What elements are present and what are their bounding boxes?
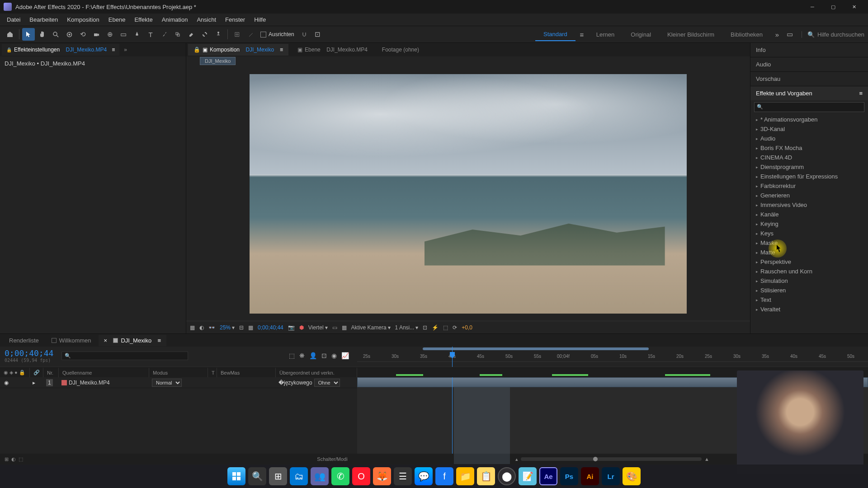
rect-tool[interactable]: ▭ xyxy=(117,28,130,41)
fx-category[interactable]: ▸Veraltet xyxy=(750,305,868,314)
camera-tool[interactable] xyxy=(90,28,103,41)
taskbar-teams[interactable]: 👥 xyxy=(311,467,329,485)
menu-layer[interactable]: Ebene xyxy=(104,14,130,25)
region-icon[interactable]: ▭ xyxy=(332,324,337,331)
workspace-overflow-icon[interactable]: » xyxy=(771,28,783,41)
tab-welcome[interactable]: Willkommen xyxy=(46,335,97,346)
workspace-original[interactable]: Original xyxy=(623,28,659,41)
draft3d-icon[interactable]: ❋ xyxy=(299,352,305,359)
taskbar-messenger[interactable]: 💬 xyxy=(415,467,433,485)
hand-tool[interactable] xyxy=(36,28,48,41)
comp-flowchart-icon[interactable]: ⬚ xyxy=(289,352,295,359)
exposure-value[interactable]: +0,0 xyxy=(462,324,472,331)
fx-category[interactable]: ▸Text xyxy=(750,295,868,305)
tab-footage[interactable]: Footage (ohne) xyxy=(377,44,425,56)
zoom-out-icon[interactable]: ▴ xyxy=(515,456,518,462)
panel-audio[interactable]: Audio xyxy=(750,57,868,72)
col-mode[interactable]: Modus xyxy=(149,368,208,377)
expand-icon[interactable]: ▸ xyxy=(33,380,35,386)
menu-effects[interactable]: Effekte xyxy=(130,14,157,25)
col-trkmat[interactable]: T xyxy=(208,368,217,377)
fx-category[interactable]: ▸Matte xyxy=(750,248,868,257)
taskbar-firefox[interactable]: 🦊 xyxy=(373,467,391,485)
brush-tool[interactable] xyxy=(158,28,170,41)
graph-editor-icon[interactable]: 📈 xyxy=(341,352,349,359)
menu-composition[interactable]: Komposition xyxy=(62,14,104,25)
fx-category[interactable]: ▸Farbkorrektur xyxy=(750,181,868,191)
fx-category[interactable]: ▸3D-Kanal xyxy=(750,124,868,134)
close-button[interactable]: ✕ xyxy=(844,0,864,14)
workspace-small[interactable]: Kleiner Bildschirm xyxy=(659,28,722,41)
render-icon[interactable]: ⟳ xyxy=(453,324,457,331)
taskbar-opera[interactable]: O xyxy=(352,467,370,485)
taskbar-app2[interactable]: 🎨 xyxy=(623,467,641,485)
taskbar-photoshop[interactable]: Ps xyxy=(560,467,578,485)
tab-composition[interactable]: 🔒 ▣ Komposition DJI_Mexiko ≡ xyxy=(188,44,288,56)
taskbar-aftereffects[interactable]: Ae xyxy=(539,467,557,485)
resolution-icon[interactable]: ⊟ xyxy=(239,324,244,331)
zoom-in-icon[interactable]: ▲ xyxy=(704,456,709,462)
timeline-zoom-slider[interactable] xyxy=(521,457,702,461)
fx-category[interactable]: ▸Immersives Video xyxy=(750,200,868,210)
zoom-tool[interactable] xyxy=(49,28,62,41)
3d-icon[interactable]: ⬚ xyxy=(443,324,448,331)
tab-overflow[interactable]: » xyxy=(119,44,132,56)
col-nr[interactable]: Nr. xyxy=(43,368,59,377)
workspace-standard[interactable]: Standard xyxy=(535,28,576,41)
col-source[interactable]: Quellenname xyxy=(59,368,149,377)
taskbar-facebook[interactable]: f xyxy=(435,467,453,485)
taskbar-notes[interactable]: 📋 xyxy=(477,467,495,485)
fx-category[interactable]: ▸Generieren xyxy=(750,191,868,200)
fx-category[interactable]: ▸Simulation xyxy=(750,276,868,286)
fx-category[interactable]: ▸Rauschen und Korn xyxy=(750,267,868,276)
taskbar-app[interactable]: ☰ xyxy=(394,467,412,485)
zoom-dropdown[interactable]: 25% ▾ xyxy=(220,324,235,331)
tab-comp-timeline[interactable]: × DJI_Mexiko ≡ xyxy=(99,335,167,346)
minimize-button[interactable]: ─ xyxy=(802,0,823,14)
orbit-tool[interactable] xyxy=(63,28,75,41)
taskbar-lightroom[interactable]: Lr xyxy=(602,467,620,485)
col-parent[interactable]: Übergeordnet und verkn. xyxy=(276,368,357,377)
taskbar-taskview[interactable]: ⊞ xyxy=(269,467,287,485)
fx-category[interactable]: ▸Boris FX Mocha xyxy=(750,143,868,153)
quality-dropdown[interactable]: Viertel ▾ xyxy=(308,324,328,331)
tab-layer[interactable]: ▣ Ebene DJI_Mexiko.MP4 xyxy=(292,44,373,56)
transparency-icon[interactable]: ▦ xyxy=(248,324,253,331)
align-checkbox[interactable]: Ausrichten xyxy=(260,31,294,38)
taskbar-whatsapp[interactable]: ✆ xyxy=(331,467,349,485)
fx-category[interactable]: ▸Kanäle xyxy=(750,210,868,219)
pen-tool[interactable] xyxy=(131,28,143,41)
work-area-bar[interactable] xyxy=(423,347,649,350)
fx-category[interactable]: ▸Maske xyxy=(750,238,868,248)
taskbar-notepad[interactable]: 📝 xyxy=(519,467,537,485)
selection-tool[interactable] xyxy=(22,28,35,41)
menu-view[interactable]: Ansicht xyxy=(192,14,221,25)
fast-preview-icon[interactable]: ⚡ xyxy=(432,324,439,331)
camera-dropdown[interactable]: Aktive Kamera ▾ xyxy=(351,324,391,331)
grid-toggle-icon[interactable]: ▦ xyxy=(342,324,347,331)
channel-icon[interactable]: ⬢ xyxy=(299,324,304,331)
panel-menu-icon[interactable]: ≡ xyxy=(859,90,863,97)
views-dropdown[interactable]: 1 Ansi... ▾ xyxy=(395,324,419,331)
composition-viewer[interactable] xyxy=(186,66,750,321)
parent-select[interactable]: Ohne xyxy=(314,379,340,387)
fx-category[interactable]: ▸Dienstprogramm xyxy=(750,162,868,172)
mesh-icon[interactable]: ⊞ xyxy=(231,28,243,41)
snapshot-icon[interactable]: 📷 xyxy=(288,324,295,331)
eraser-tool[interactable] xyxy=(185,28,198,41)
motion-blur-toggle-icon[interactable]: ⬚ xyxy=(19,456,23,462)
pan-behind-tool[interactable]: ⊕ xyxy=(104,28,116,41)
panel-info[interactable]: Info xyxy=(750,43,868,57)
panel-effects-presets[interactable]: Effekte und Vorgaben ≡ xyxy=(750,86,868,100)
start-button[interactable] xyxy=(227,467,245,485)
toggle-switches-icon[interactable]: ⊞ xyxy=(5,456,9,462)
fx-category[interactable]: ▸Perspektive xyxy=(750,257,868,267)
pixel-aspect-icon[interactable]: ⊡ xyxy=(423,324,427,331)
guides-icon[interactable]: 👓 xyxy=(208,324,215,331)
fx-category[interactable]: ▸Audio xyxy=(750,134,868,143)
menu-edit[interactable]: Bearbeiten xyxy=(25,14,62,25)
motion-blur-icon[interactable]: ◉ xyxy=(331,352,337,359)
tab-renderlist[interactable]: Renderliste xyxy=(4,335,44,346)
taskbar-explorer[interactable]: 🗂 xyxy=(290,467,308,485)
blend-mode-select[interactable]: Normal xyxy=(152,379,182,387)
